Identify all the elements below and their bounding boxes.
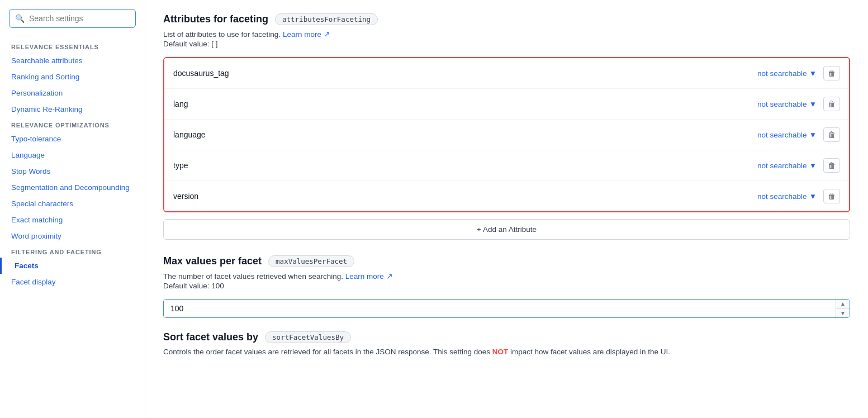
chevron-down-icon: ▼ — [809, 69, 817, 78]
sort-facet-description: Controls the order facet values are retr… — [163, 348, 850, 356]
chevron-down-icon: ▼ — [809, 100, 817, 108]
chevron-down-icon: ▼ — [809, 192, 817, 201]
sidebar: 🔍 RELEVANCE ESSENTIALS Searchable attrib… — [0, 0, 145, 418]
attributes-for-faceting-default: Default value: [ ] — [163, 40, 850, 48]
attribute-name-language: language — [173, 130, 757, 139]
not-searchable-dropdown-version[interactable]: not searchable ▼ — [757, 192, 817, 201]
chevron-down-icon: ▼ — [809, 162, 817, 170]
delete-button-language[interactable]: 🗑 — [823, 127, 840, 142]
table-row: version not searchable ▼ 🗑 — [164, 181, 849, 211]
sidebar-item-personalization[interactable]: Personalization — [0, 85, 145, 101]
table-row: docusaurus_tag not searchable ▼ 🗑 — [164, 58, 849, 89]
not-searchable-dropdown-docusaurus-tag[interactable]: not searchable ▼ — [757, 69, 817, 78]
chevron-down-icon: ▼ — [809, 131, 817, 139]
attributes-for-faceting-header: Attributes for faceting attributesForFac… — [163, 13, 850, 25]
attributes-for-faceting-badge: attributesForFaceting — [275, 13, 378, 25]
attribute-name-version: version — [173, 192, 757, 201]
delete-button-type[interactable]: 🗑 — [823, 158, 840, 173]
attributes-for-faceting-description: List of attributes to use for faceting. … — [163, 30, 850, 39]
sidebar-item-stop-words[interactable]: Stop Words — [0, 163, 145, 179]
section-header-relevance-essentials: RELEVANCE ESSENTIALS — [0, 39, 145, 53]
search-box[interactable]: 🔍 — [9, 9, 136, 28]
table-row: type not searchable ▼ 🗑 — [164, 150, 849, 181]
sort-facet-badge: sortFacetValuesBy — [265, 331, 351, 343]
max-values-badge: maxValuesPerFacet — [268, 255, 354, 267]
max-values-title: Max values per facet — [163, 255, 262, 267]
attribute-name-lang: lang — [173, 99, 757, 108]
add-attribute-button[interactable]: + Add an Attribute — [163, 219, 850, 240]
sidebar-item-facets[interactable]: Facets — [0, 258, 145, 274]
sidebar-item-special-characters[interactable]: Special characters — [0, 196, 145, 212]
attributes-for-faceting-title: Attributes for faceting — [163, 13, 268, 25]
spinner-buttons: ▲ ▼ — [836, 300, 850, 317]
max-values-input-wrap: ▲ ▼ — [163, 299, 850, 318]
attributes-list-box: docusaurus_tag not searchable ▼ 🗑 lang n… — [163, 57, 850, 212]
search-icon: 🔍 — [15, 14, 25, 23]
section-header-filtering-faceting: FILTERING AND FACETING — [0, 244, 145, 258]
max-values-input[interactable] — [164, 300, 836, 317]
not-searchable-dropdown-lang[interactable]: not searchable ▼ — [757, 100, 817, 108]
table-row: language not searchable ▼ 🗑 — [164, 120, 849, 150]
sidebar-item-segmentation[interactable]: Segmentation and Decompounding — [0, 179, 145, 196]
not-searchable-dropdown-type[interactable]: not searchable ▼ — [757, 162, 817, 170]
sort-facet-header: Sort facet values by sortFacetValuesBy — [163, 331, 850, 343]
sidebar-item-ranking-sorting[interactable]: Ranking and Sorting — [0, 69, 145, 85]
max-values-description: The number of facet values retrieved whe… — [163, 272, 850, 281]
sidebar-item-language[interactable]: Language — [0, 147, 145, 163]
table-row: lang not searchable ▼ 🗑 — [164, 89, 849, 120]
delete-button-version[interactable]: 🗑 — [823, 189, 840, 203]
delete-button-docusaurus-tag[interactable]: 🗑 — [823, 66, 840, 80]
spinner-up-button[interactable]: ▲ — [836, 300, 850, 309]
max-values-header: Max values per facet maxValuesPerFacet — [163, 255, 850, 267]
attribute-name-docusaurus-tag: docusaurus_tag — [173, 69, 757, 78]
sidebar-item-exact-matching[interactable]: Exact matching — [0, 212, 145, 228]
sort-facet-title: Sort facet values by — [163, 331, 258, 343]
spinner-down-button[interactable]: ▼ — [836, 309, 850, 318]
delete-button-lang[interactable]: 🗑 — [823, 97, 840, 111]
sidebar-item-typo-tolerance[interactable]: Typo-tolerance — [0, 131, 145, 147]
not-searchable-dropdown-language[interactable]: not searchable ▼ — [757, 131, 817, 139]
max-values-learn-more[interactable]: Learn more ↗ — [345, 272, 393, 281]
sort-facet-section: Sort facet values by sortFacetValuesBy C… — [163, 331, 850, 356]
attribute-name-type: type — [173, 161, 757, 170]
max-values-default: Default value: 100 — [163, 282, 850, 290]
section-header-relevance-optimizations: RELEVANCE OPTIMIZATIONS — [0, 117, 145, 131]
sidebar-item-dynamic-reranking[interactable]: Dynamic Re-Ranking — [0, 101, 145, 117]
attributes-for-faceting-learn-more[interactable]: Learn more ↗ — [283, 30, 330, 39]
max-values-section: Max values per facet maxValuesPerFacet T… — [163, 255, 850, 318]
main-content: Attributes for faceting attributesForFac… — [145, 0, 868, 418]
sidebar-item-word-proximity[interactable]: Word proximity — [0, 228, 145, 244]
sidebar-item-searchable-attributes[interactable]: Searchable attributes — [0, 53, 145, 69]
search-input[interactable] — [29, 14, 130, 23]
sidebar-item-facet-display[interactable]: Facet display — [0, 274, 145, 290]
